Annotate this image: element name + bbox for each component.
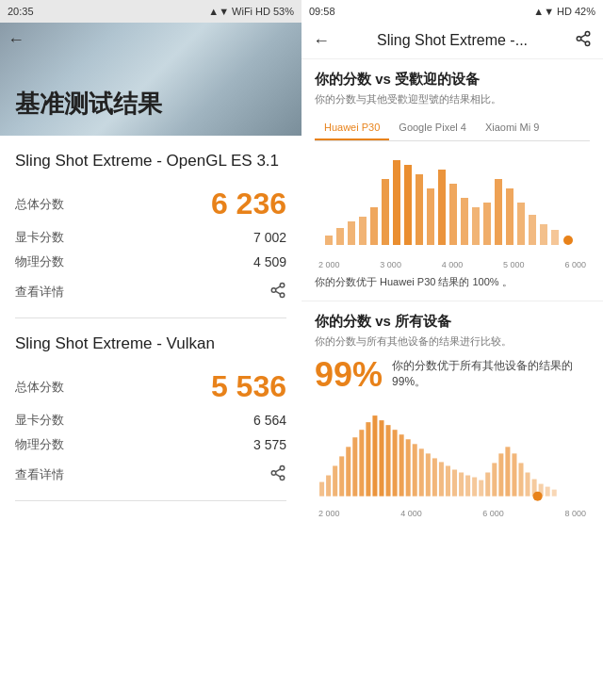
- all-x-label-8000: 8 000: [564, 509, 586, 518]
- svg-rect-16: [336, 228, 344, 245]
- svg-point-10: [585, 32, 590, 37]
- vulkan-total-label: 总体分数: [15, 379, 64, 396]
- vulkan-footer: 查看详情: [15, 464, 286, 485]
- right-status-icons: ▲▼ HD 42%: [533, 6, 595, 17]
- svg-point-12: [585, 41, 590, 46]
- svg-rect-65: [505, 447, 510, 496]
- x-label-6000: 6 000: [564, 260, 586, 269]
- opengl-total-score: 6 236: [211, 187, 286, 221]
- svg-rect-17: [348, 221, 355, 245]
- all-x-label-4000: 4 000: [400, 509, 422, 518]
- all-devices-chart: [315, 401, 590, 505]
- all-devices-description: 你的分数优于所有其他设备的结果的 99%。: [392, 358, 590, 390]
- svg-point-73: [533, 492, 543, 501]
- right-time: 09:58: [309, 6, 335, 17]
- svg-rect-31: [506, 188, 513, 245]
- right-back-button[interactable]: ←: [313, 31, 330, 51]
- svg-rect-56: [446, 465, 450, 496]
- vulkan-physics-label: 物理分数: [15, 436, 64, 453]
- device-tabs: Huawei P30 Google Pixel 4 Xiaomi Mi 9: [315, 116, 590, 141]
- svg-rect-32: [517, 203, 525, 245]
- svg-rect-58: [459, 473, 464, 497]
- svg-rect-62: [485, 473, 490, 497]
- svg-rect-52: [419, 448, 424, 496]
- vulkan-share-icon[interactable]: [269, 464, 286, 485]
- svg-rect-28: [472, 207, 480, 245]
- opengl-card: Sling Shot Extreme - OpenGL ES 3.1 总体分数 …: [15, 136, 286, 318]
- svg-rect-50: [406, 439, 411, 496]
- svg-rect-72: [552, 490, 557, 497]
- svg-rect-47: [386, 425, 391, 497]
- signal-icon: ▲▼: [208, 6, 229, 17]
- vulkan-physics-score: 3 575: [253, 437, 286, 452]
- vulkan-total-row: 总体分数 5 536: [15, 369, 286, 404]
- right-hd-icon: HD: [557, 6, 572, 17]
- svg-rect-45: [372, 415, 377, 497]
- tab-huawei-p30[interactable]: Huawei P30: [315, 116, 389, 140]
- svg-rect-21: [393, 160, 400, 245]
- svg-rect-41: [346, 447, 350, 496]
- opengl-share-icon[interactable]: [269, 282, 286, 302]
- all-devices-top: 99% 你的分数优于所有其他设备的结果的 99%。: [315, 358, 590, 392]
- svg-rect-38: [326, 476, 331, 497]
- vulkan-card: Sling Shot Extreme - Vulkan 总体分数 5 536 显…: [15, 318, 286, 501]
- svg-point-2: [280, 293, 285, 298]
- right-content: 你的分数 vs 受歡迎的设备 你的分数与其他受歡迎型號的结果相比。 Huawei…: [302, 59, 603, 700]
- right-battery-icon: 42%: [575, 6, 595, 17]
- opengl-footer: 查看详情: [15, 282, 286, 302]
- vulkan-gpu-label: 显卡分数: [15, 412, 64, 429]
- opengl-physics-row: 物理分数 4 509: [15, 253, 286, 270]
- svg-rect-20: [382, 179, 389, 245]
- svg-line-13: [580, 40, 585, 42]
- opengl-details-link[interactable]: 查看详情: [15, 284, 64, 301]
- vulkan-title: Sling Shot Extreme - Vulkan: [15, 334, 286, 354]
- svg-rect-57: [452, 469, 457, 496]
- svg-rect-49: [399, 434, 404, 496]
- svg-rect-18: [359, 217, 367, 245]
- opengl-gpu-score: 7 002: [253, 230, 286, 245]
- tab-google-pixel4[interactable]: Google Pixel 4: [389, 116, 476, 140]
- svg-rect-35: [551, 230, 559, 245]
- opengl-total-row: 总体分数 6 236: [15, 187, 286, 221]
- all-devices-percent: 99%: [315, 358, 383, 392]
- svg-point-11: [577, 37, 581, 41]
- opengl-gpu-row: 显卡分数 7 002: [15, 229, 286, 246]
- svg-line-4: [275, 286, 280, 289]
- svg-rect-46: [379, 420, 383, 497]
- svg-rect-24: [427, 188, 434, 245]
- popular-section-title: 你的分数 vs 受歡迎的设备: [315, 71, 590, 89]
- opengl-total-label: 总体分数: [15, 196, 64, 213]
- left-time: 20:35: [8, 6, 34, 17]
- all-devices-section: 你的分数 vs 所有设备 你的分数与所有其他设备的结果进行比较。 99% 你的分…: [302, 301, 603, 529]
- svg-line-14: [580, 35, 585, 38]
- left-back-button[interactable]: ←: [8, 30, 24, 50]
- svg-rect-71: [546, 487, 550, 497]
- left-header-image: ← 基准测试结果: [0, 23, 302, 136]
- svg-rect-64: [498, 453, 503, 496]
- right-share-button[interactable]: [575, 30, 592, 51]
- left-page-title: 基准测试结果: [15, 88, 162, 121]
- left-status-bar: 20:35 ▲▼ WiFi HD 53%: [0, 0, 302, 23]
- svg-rect-61: [479, 480, 483, 497]
- vulkan-gpu-row: 显卡分数 6 564: [15, 412, 286, 429]
- opengl-title: Sling Shot Extreme - OpenGL ES 3.1: [15, 151, 286, 171]
- hd-icon: HD: [255, 6, 270, 17]
- vulkan-gpu-score: 6 564: [253, 413, 286, 428]
- svg-point-0: [280, 284, 285, 288]
- all-devices-subtitle: 你的分数与所有其他设备的结果进行比较。: [315, 334, 590, 349]
- vulkan-details-link[interactable]: 查看详情: [15, 466, 64, 483]
- battery-icon: 53%: [273, 6, 294, 17]
- all-x-label-6000: 6 000: [482, 509, 504, 518]
- tab-xiaomi-mi9[interactable]: Xiaomi Mi 9: [476, 116, 548, 140]
- svg-line-3: [275, 291, 280, 294]
- comparison-note: 你的分数优于 Huawei P30 结果的 100% 。: [315, 275, 590, 289]
- all-devices-x-labels: 2 000 4 000 6 000 8 000: [315, 509, 590, 518]
- svg-rect-43: [359, 430, 364, 496]
- x-label-3000: 3 000: [380, 260, 401, 269]
- opengl-physics-score: 4 509: [253, 254, 286, 269]
- svg-point-5: [280, 466, 285, 471]
- svg-rect-42: [352, 437, 357, 496]
- svg-rect-26: [449, 184, 457, 245]
- svg-rect-29: [483, 203, 491, 245]
- svg-rect-34: [540, 224, 547, 245]
